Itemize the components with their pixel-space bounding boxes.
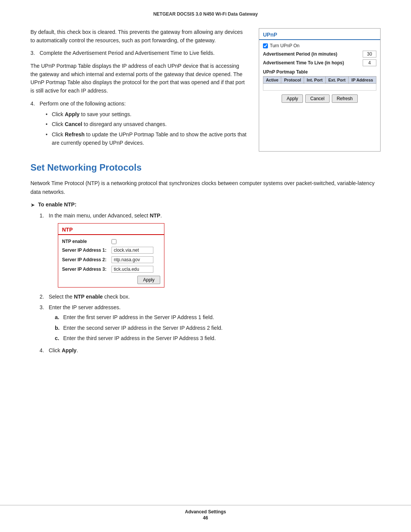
portmap-header-row: Active Protocol Int. Port Ext. Port IP A… — [263, 77, 376, 84]
upnp-checkbox-row: Turn UPnP On — [263, 43, 376, 48]
ntp-step1-bold: NTP — [150, 212, 160, 219]
step-3-item: 3. Complete the Advertisement Period and… — [30, 49, 247, 58]
to-enable-ntp: ➤ To enable NTP: — [30, 201, 381, 208]
bullet-cancel-bold: Cancel — [65, 121, 82, 127]
ntp-step3-num: 3. — [40, 304, 44, 310]
bullet-apply-prefix: Click — [52, 111, 65, 117]
upnp-checkbox-label: Turn UPnP On — [270, 43, 299, 48]
col-protocol: Protocol — [281, 77, 304, 84]
ntp-server2-row: Server IP Address 2: ntp.nasa.gov — [62, 256, 160, 263]
bullet-cancel-rest: to disregard any unsaved changes. — [82, 121, 167, 127]
step-4-text: Perform one of the following actions: — [40, 101, 126, 107]
bullet-apply-rest: to save your settings. — [80, 111, 131, 117]
portmap-empty-cell — [263, 84, 376, 91]
steps-list: 3. Complete the Advertisement Period and… — [30, 49, 247, 58]
portmap-desc: The UPnP Portmap Table displays the IP a… — [30, 62, 247, 95]
ntp-step2-num: 2. — [40, 294, 44, 300]
step-4-item: 4. Perform one of the following actions:… — [30, 100, 247, 147]
ntp-step1-num: 1. — [40, 212, 44, 219]
col-ext-port: Ext. Port — [325, 77, 348, 84]
ntp-server2-label: Server IP Address 2: — [62, 257, 112, 262]
ntp-step2-suffix: check box. — [103, 294, 130, 300]
upnp-section: By default, this check box is cleared. T… — [30, 28, 381, 152]
refresh-button[interactable]: Refresh — [332, 94, 358, 103]
apply-button[interactable]: Apply — [282, 94, 303, 103]
footer-page-number: 46 — [0, 515, 411, 521]
ntp-substep-b: b. Enter the second server IP address in… — [55, 324, 381, 332]
action-bullets: Click Apply to save your settings. Click… — [40, 110, 247, 147]
ntp-step1-text-prefix: In the main menu, under Advanced, select — [49, 212, 150, 219]
ntp-server3-row: Server IP Address 3: tick.ucla.edu — [62, 266, 160, 273]
ntp-enable-label: NTP enable — [62, 239, 112, 244]
ntp-substeps: a. Enter the first server IP address in … — [55, 313, 381, 343]
to-enable-label: To enable NTP: — [38, 201, 76, 208]
ntp-server1-row: Server IP Address 1: clock.via.net — [62, 247, 160, 254]
intro-text-block: By default, this check box is cleared. T… — [30, 28, 247, 152]
ntp-server3-value: tick.ucla.edu — [112, 266, 153, 273]
adv-period-row: Advertisement Period (in minutes) 30 — [263, 51, 376, 58]
adv-period-label: Advertisement Period (in minutes) — [263, 51, 337, 57]
adv-ttl-value: 4 — [363, 59, 376, 66]
substep-a-label: a. — [55, 313, 59, 322]
ntp-step2: 2. Select the NTP enable check box. — [40, 294, 381, 300]
adv-ttl-label: Advertisement Time To Live (in hops) — [263, 60, 344, 66]
substep-c-text: Enter the third server IP address in the… — [63, 335, 216, 341]
section-intro: Network Time Protocol (NTP) is a network… — [30, 179, 381, 196]
ntp-buttons: Apply — [62, 276, 160, 284]
substep-b-label: b. — [55, 324, 59, 332]
ntp-enable-checkbox[interactable] — [112, 239, 116, 244]
ntp-step4-num: 4. — [40, 347, 44, 353]
bullet-refresh-prefix: Click — [52, 131, 65, 137]
bullet-cancel: Click Cancel to disregard any unsaved ch… — [46, 120, 247, 129]
upnp-buttons: Apply Cancel Refresh — [263, 94, 376, 106]
ntp-server1-value: clock.via.net — [112, 247, 153, 254]
ntp-step3: 3. Enter the IP server addresses. a. Ent… — [40, 304, 381, 343]
ntp-server1-label: Server IP Address 1: — [62, 248, 112, 253]
portmap-table: Active Protocol Int. Port Ext. Port IP A… — [263, 76, 376, 91]
portmap-title: UPnP Portmap Table — [263, 69, 376, 75]
adv-ttl-row: Advertisement Time To Live (in hops) 4 — [263, 59, 376, 66]
ntp-substep-c: c. Enter the third server IP address in … — [55, 334, 381, 343]
bullet-refresh-bold: Refresh — [65, 131, 84, 137]
step-3-num: 3. — [30, 49, 35, 58]
step4-list: 4. Perform one of the following actions:… — [30, 100, 247, 147]
step-4-num: 4. — [30, 100, 35, 108]
ntp-server3-label: Server IP Address 3: — [62, 267, 112, 272]
bullet-cancel-prefix: Click — [52, 121, 65, 127]
ntp-panel-title: NTP — [58, 224, 164, 235]
section-heading: Set Networking Protocols — [30, 162, 381, 173]
ntp-step4-suffix: . — [76, 347, 78, 353]
ntp-step3-text: Enter the IP server addresses. — [49, 304, 121, 310]
portmap-empty-row — [263, 84, 376, 91]
header-title: NETGEAR DOCSIS 3.0 N450 Wi-Fi Data Gatew… — [153, 11, 258, 17]
ntp-enable-row: NTP enable — [62, 239, 160, 244]
adv-period-value: 30 — [363, 51, 376, 58]
cancel-button[interactable]: Cancel — [305, 94, 329, 103]
substep-a-text: Enter the first server IP address in the… — [63, 314, 214, 320]
ntp-server2-value: ntp.nasa.gov — [112, 256, 153, 263]
ntp-step1: 1. In the main menu, under Advanced, sel… — [40, 212, 381, 288]
ntp-step2-bold: NTP enable — [74, 294, 103, 300]
ntp-step2-prefix: Select the — [49, 294, 74, 300]
page-footer: Advanced Settings 46 — [0, 505, 411, 521]
col-ip-address: IP Address — [349, 77, 376, 84]
ntp-apply-button[interactable]: Apply — [137, 276, 160, 284]
upnp-panel: UPnP Turn UPnP On Advertisement Period (… — [259, 28, 381, 152]
ntp-step4: 4. Click Apply. — [40, 347, 381, 353]
upnp-checkbox[interactable] — [263, 43, 268, 48]
ntp-panel: NTP NTP enable Server IP Address 1: cloc… — [58, 223, 164, 288]
ntp-panel-body: NTP enable Server IP Address 1: clock.vi… — [58, 235, 164, 287]
ntp-step1-suffix: . — [160, 212, 162, 219]
portmap-section: UPnP Portmap Table Active Protocol Int. … — [263, 69, 376, 91]
ntp-step4-prefix: Click — [49, 347, 62, 353]
substep-c-label: c. — [55, 334, 59, 343]
page-header: NETGEAR DOCSIS 3.0 N450 Wi-Fi Data Gatew… — [30, 11, 381, 21]
bullet-apply: Click Apply to save your settings. — [46, 110, 247, 119]
upnp-panel-body: Turn UPnP On Advertisement Period (in mi… — [259, 40, 380, 109]
ntp-step4-bold: Apply — [62, 347, 76, 353]
substep-b-text: Enter the second server IP address in th… — [63, 325, 223, 331]
page: NETGEAR DOCSIS 3.0 N450 Wi-Fi Data Gatew… — [0, 0, 411, 532]
ntp-steps: 1. In the main menu, under Advanced, sel… — [30, 212, 381, 353]
col-int-port: Int. Port — [304, 77, 325, 84]
arrow-icon: ➤ — [30, 201, 35, 208]
